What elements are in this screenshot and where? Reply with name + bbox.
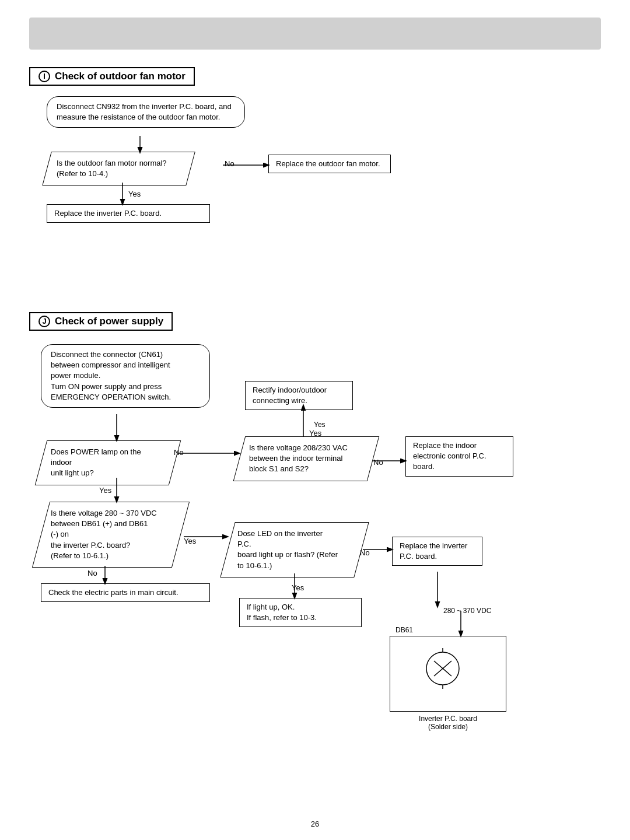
page: I Check of outdoor fan motor Disconnect … — [0, 0, 630, 840]
sj-action1-box: Check the electric parts in main circuit… — [41, 583, 210, 602]
sj-action2-box: Rectify indoor/outdoorconnecting wire. — [245, 381, 353, 410]
si-action-no-box: Replace the outdoor fan motor. — [268, 155, 391, 173]
top-bar — [29, 18, 601, 50]
section-j-icon: J — [38, 316, 50, 327]
sj-action5-text: If light up, OK.If flash, refer to 10-3. — [247, 603, 317, 622]
sj-step1-box: Disconnect the connector (CN61)between c… — [41, 344, 210, 408]
sj-db-label: DB61 — [396, 626, 413, 634]
page-number: 26 — [29, 820, 601, 828]
section-j-flowchart: Disconnect the connector (CN61)between c… — [29, 341, 601, 785]
si-step1-box: Disconnect CN932 from the inverter P.C. … — [47, 96, 245, 128]
sj-decision4-text: Dose LED on the inverter P.C.board light… — [237, 528, 338, 571]
sj-action2-text: Rectify indoor/outdoorconnecting wire. — [253, 386, 327, 405]
sj-decision3-text: Is there voltage 208/230 VACbetween the … — [249, 443, 348, 475]
si-action-yes-text: Replace the inverter P.C. board. — [54, 209, 162, 218]
section-j-header: J Check of power supply — [29, 312, 173, 331]
sj-decision1: Does POWER lamp on the indoorunit light … — [41, 440, 175, 485]
si-decision1-text: Is the outdoor fan motor normal?(Refer t… — [57, 158, 167, 179]
sj-decision2: Is there voltage 280 ~ 370 VDCbetween DB… — [41, 502, 181, 568]
sj-action3-box: Replace the indoorelectronic control P.C… — [405, 436, 513, 477]
sj-action1-text: Check the electric parts in main circuit… — [48, 588, 178, 597]
sj-decision2-text: Is there voltage 280 ~ 370 VDCbetween DB… — [51, 508, 157, 561]
sj-action4-box: Replace the inverterP.C. board. — [392, 537, 482, 566]
sj-yes3-label: Yes — [309, 429, 321, 438]
section-i-icon: I — [38, 71, 50, 82]
sj-component-diagram — [390, 636, 506, 712]
sj-action4-text: Replace the inverterP.C. board. — [400, 541, 467, 561]
sj-board-label: Inverter P.C. board(Solder side) — [390, 715, 506, 731]
sj-board-text: Inverter P.C. board(Solder side) — [419, 715, 477, 731]
si-no-label: No — [225, 159, 235, 168]
sj-step1-text: Disconnect the connector (CN61)between c… — [51, 350, 171, 401]
sj-decision4: Dose LED on the inverter P.C.board light… — [228, 522, 362, 578]
si-step1-text: Disconnect CN932 from the inverter P.C. … — [57, 102, 232, 121]
sj-no1-label: No — [174, 448, 184, 457]
si-action-no-text: Replace the outdoor fan motor. — [276, 159, 380, 168]
section-i-title: Check of outdoor fan motor — [55, 71, 186, 82]
sj-decision3: Is there voltage 208/230 VACbetween the … — [239, 436, 373, 481]
si-yes-label: Yes — [128, 190, 141, 198]
si-action-yes-box: Replace the inverter P.C. board. — [47, 204, 210, 223]
section-i-flowchart: Disconnect CN932 from the inverter P.C. … — [29, 96, 601, 295]
section-i-header: I Check of outdoor fan motor — [29, 67, 195, 86]
sj-no2-label: No — [88, 569, 97, 578]
sj-yes4-label: Yes — [292, 583, 304, 592]
sj-action3-text: Replace the indoorelectronic control P.C… — [413, 441, 487, 471]
sj-yes1-label: Yes — [99, 486, 111, 495]
sj-no4-label: No — [360, 548, 370, 557]
sj-voltage-label: 280 ~ 370 VDC — [443, 607, 491, 615]
sj-component-svg — [390, 636, 507, 712]
sj-no3-label: No — [373, 458, 383, 467]
sj-action5-box: If light up, OK.If flash, refer to 10-3. — [239, 598, 362, 627]
section-j-title: Check of power supply — [55, 316, 163, 327]
sj-yes2-label: Yes — [184, 537, 196, 545]
svg-text:Yes: Yes — [314, 421, 326, 429]
sj-decision1-text: Does POWER lamp on the indoorunit light … — [51, 447, 151, 479]
si-decision1: Is the outdoor fan motor normal?(Refer t… — [47, 152, 191, 186]
